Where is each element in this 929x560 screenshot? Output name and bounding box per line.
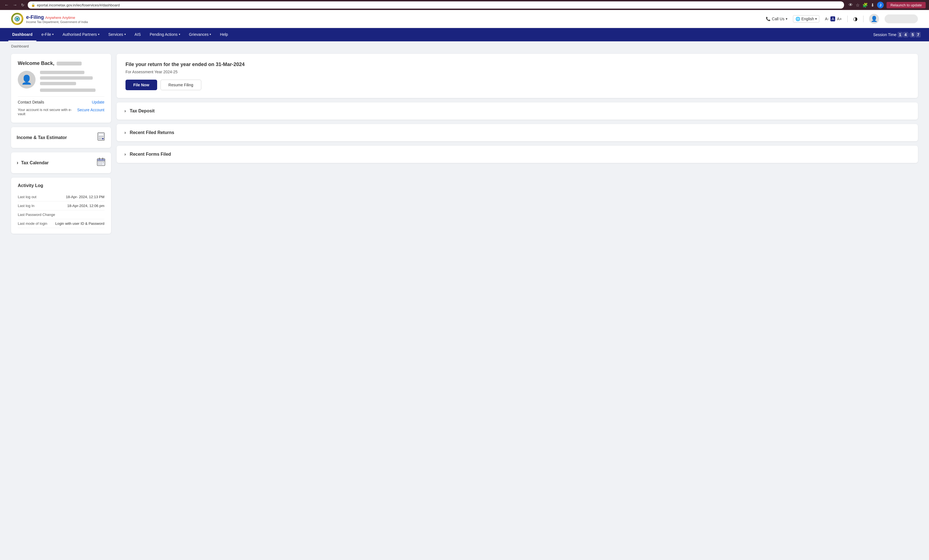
breadcrumb: Dashboard	[0, 41, 929, 51]
calendar-icon	[97, 158, 106, 168]
chevron-down-icon: ▾	[98, 33, 100, 36]
svg-rect-10	[101, 138, 102, 139]
font-normal-button[interactable]: A	[831, 16, 835, 21]
resume-filing-button[interactable]: Resume Filing	[161, 80, 201, 90]
extensions-icon[interactable]: 🧩	[862, 3, 868, 8]
svg-rect-16	[98, 162, 100, 163]
site-name: e-Filing Anywhere Anytime	[26, 14, 88, 20]
nav-authorised-partners[interactable]: Authorised Partners ▾	[58, 28, 103, 41]
font-controls: A- A A+	[825, 16, 842, 21]
browser-chrome: ← → ↻ 🔒 eportal.incometax.gov.in/iec/fos…	[0, 0, 929, 10]
svg-rect-19	[98, 164, 100, 165]
update-link[interactable]: Update	[92, 100, 104, 104]
user-avatar: 👤	[869, 14, 879, 24]
activity-row-logout: Last log out 18-Apr- 2024, 12:13 PM	[18, 193, 104, 202]
welcome-card: Welcome Back, 👤 Contact Details Update Y…	[11, 54, 111, 122]
nav-pending-actions[interactable]: Pending Actions ▾	[146, 28, 184, 41]
secure-account-link[interactable]: Secure Account	[77, 108, 104, 112]
svg-rect-13	[97, 159, 105, 161]
contact-row: Contact Details Update	[18, 96, 104, 104]
browser-nav-buttons: ← → ↻	[3, 2, 26, 8]
logo-area: 🌐 e-Filing Anywhere Anytime Income Tax D…	[11, 13, 88, 25]
logo-tagline: Income Tax Department, Government of Ind…	[26, 20, 88, 24]
security-icon: 🔒	[31, 3, 35, 7]
svg-rect-11	[102, 138, 104, 139]
recent-filed-returns-card[interactable]: › Recent Filed Returns	[117, 124, 918, 141]
nav-ais[interactable]: AIS	[131, 28, 145, 41]
font-larger-button[interactable]: A+	[837, 17, 842, 21]
contrast-button[interactable]: ◑	[853, 16, 858, 22]
browser-icons: 👁 ☆ 🧩 ⬇ J Relaunch to update	[848, 2, 926, 8]
svg-text:🌐: 🌐	[15, 17, 19, 21]
main-content: Welcome Back, 👤 Contact Details Update Y…	[0, 51, 929, 245]
activity-log-card: Activity Log Last log out 18-Apr- 2024, …	[11, 177, 111, 234]
nav-efile[interactable]: e-File ▾	[37, 28, 57, 41]
file-return-card: File your return for the year ended on 3…	[117, 54, 918, 98]
session-timer: 1 4 : 5 7	[898, 32, 921, 37]
svg-rect-6	[98, 136, 100, 138]
forward-button[interactable]: →	[12, 2, 18, 8]
language-selector[interactable]: 🌐 English ▾	[793, 15, 819, 23]
tax-calendar-title: › Tax Calendar	[17, 160, 49, 166]
star-icon[interactable]: ☆	[856, 3, 860, 8]
chevron-right-icon: ›	[124, 130, 126, 135]
user-detail-bar-3	[40, 82, 76, 85]
recent-filed-returns-header: › Recent Filed Returns	[117, 124, 918, 141]
recent-forms-filed-header: › Recent Forms Filed	[117, 146, 918, 163]
refresh-button[interactable]: ↻	[20, 2, 26, 8]
user-detail-bar-4	[40, 89, 95, 92]
font-smaller-button[interactable]: A-	[825, 17, 829, 21]
svg-rect-18	[103, 162, 104, 163]
calculator-icon	[97, 132, 106, 143]
chevron-down-icon: ▾	[786, 17, 787, 21]
chevron-right-icon: ›	[17, 160, 18, 166]
phone-icon: 📞	[766, 17, 771, 21]
divider	[863, 15, 863, 22]
globe-icon: 🌐	[796, 17, 800, 21]
file-return-buttons: File Now Resume Filing	[126, 80, 909, 90]
activity-row-mode: Last mode of login Login with user ID & …	[18, 219, 104, 228]
svg-rect-17	[101, 162, 102, 163]
session-time: Session Time 1 4 : 5 7	[873, 32, 921, 37]
url-text: eportal.incometax.gov.in/iec/foservices/…	[37, 3, 120, 7]
back-button[interactable]: ←	[3, 2, 10, 8]
header-right: 📞 Call Us ▾ 🌐 English ▾ A- A A+ ◑ 👤	[766, 14, 918, 24]
tax-calendar-card[interactable]: › Tax Calendar	[11, 152, 111, 173]
chevron-right-icon: ›	[124, 152, 126, 157]
main-nav: Dashboard e-File ▾ Authorised Partners ▾…	[0, 28, 929, 41]
government-emblem: 🌐	[11, 13, 23, 25]
call-us-button[interactable]: 📞 Call Us ▾	[766, 17, 787, 21]
relaunch-button[interactable]: Relaunch to update	[886, 2, 926, 8]
divider	[847, 15, 848, 22]
file-now-button[interactable]: File Now	[126, 80, 157, 90]
user-name-placeholder	[57, 61, 82, 66]
nav-dashboard[interactable]: Dashboard	[8, 28, 36, 41]
address-bar[interactable]: 🔒 eportal.incometax.gov.in/iec/foservice…	[28, 2, 844, 9]
activity-row-login: Last log In 18-Apr-2024, 12:06 pm	[18, 202, 104, 210]
activity-row-password: Last Password Change	[18, 210, 104, 219]
site-header: 🌐 e-Filing Anywhere Anytime Income Tax D…	[0, 10, 929, 28]
recent-forms-filed-card[interactable]: › Recent Forms Filed	[117, 146, 918, 163]
eye-icon: 👁	[848, 3, 853, 8]
chevron-down-icon: ▾	[815, 17, 817, 21]
svg-rect-20	[101, 164, 102, 165]
nav-help[interactable]: Help	[216, 28, 232, 41]
avatar: 👤	[18, 71, 35, 89]
secure-row: Your account is not secure with e-vault …	[18, 108, 104, 116]
nav-services[interactable]: Services ▾	[104, 28, 130, 41]
logo-text: e-Filing Anywhere Anytime Income Tax Dep…	[26, 14, 88, 24]
income-tax-estimator-card[interactable]: Income & Tax Estimator	[11, 127, 111, 148]
chevron-down-icon: ▾	[210, 33, 211, 36]
left-column: Welcome Back, 👤 Contact Details Update Y…	[11, 54, 111, 234]
browser-user-avatar[interactable]: J	[877, 2, 884, 8]
user-details	[40, 71, 104, 92]
svg-rect-7	[101, 136, 102, 138]
svg-rect-5	[98, 134, 104, 135]
chevron-right-icon: ›	[124, 109, 126, 113]
download-icon[interactable]: ⬇	[871, 3, 874, 8]
chevron-down-icon: ▾	[124, 33, 126, 36]
tax-deposit-card[interactable]: › Tax Deposit	[117, 103, 918, 119]
user-name-button[interactable]	[885, 14, 918, 23]
user-info-row: 👤	[18, 71, 104, 92]
nav-grievances[interactable]: Grievances ▾	[185, 28, 215, 41]
